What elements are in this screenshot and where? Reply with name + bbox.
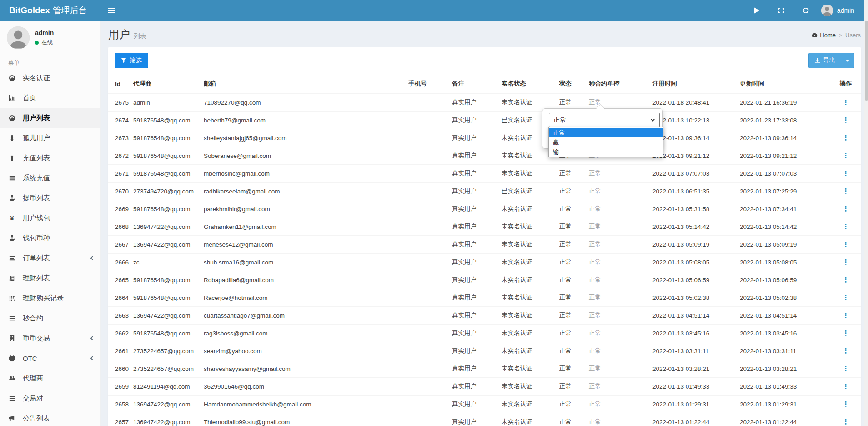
brand-name: BitGoldex [9, 5, 50, 15]
control-value[interactable]: 正常 [589, 383, 601, 390]
cell-email: 710892270@qq.com [200, 94, 405, 112]
cell-id: 2663 [108, 307, 130, 325]
row-actions-icon[interactable]: ⋮ [843, 169, 849, 177]
sidebar-item-order-list[interactable]: 订单列表 [0, 248, 100, 268]
sidebar-item-recharge-list[interactable]: 充值列表 [0, 148, 100, 168]
select-option[interactable]: 输 [549, 147, 663, 157]
row-actions-icon[interactable]: ⋮ [843, 382, 849, 390]
control-value[interactable]: 正常 [589, 330, 601, 336]
control-value[interactable]: 正常 [589, 259, 601, 265]
cell-status: 正常 [556, 200, 585, 218]
row-actions-icon[interactable]: ⋮ [843, 258, 849, 266]
refresh-icon[interactable] [797, 0, 815, 21]
cell-agent: 2737494720@qq.com [130, 183, 200, 200]
row-actions-icon[interactable]: ⋮ [843, 98, 849, 106]
sidebar-item-wallet-coins[interactable]: 钱包币种 [0, 228, 100, 248]
scrollbar-thumb[interactable] [865, 21, 868, 101]
control-value[interactable]: 正常 [589, 365, 601, 372]
row-actions-icon[interactable]: ⋮ [843, 116, 849, 124]
control-value[interactable]: 正常 [589, 312, 601, 319]
sidebar-item-home[interactable]: 首页 [0, 88, 100, 108]
sidebar-item-user-list[interactable]: 用户列表 [0, 108, 100, 128]
user-status: 在线 [35, 39, 54, 46]
sidebar-item-user-wallet[interactable]: ¥用户钱包 [0, 208, 100, 228]
cell-status: 正常 [556, 218, 585, 236]
sidebar-item-withdraw-list[interactable]: 提币列表 [0, 188, 100, 208]
control-value[interactable]: 正常 [589, 347, 601, 354]
sidebar-item-label: 用户钱包 [23, 214, 50, 223]
cell-phone [405, 307, 448, 325]
cell-agent: 812491194@qq.com [130, 378, 200, 396]
table-row: 2659812491194@qq.com3629901646@qq.com真实用… [108, 378, 861, 396]
row-actions-icon[interactable]: ⋮ [843, 276, 849, 284]
row-actions-icon[interactable]: ⋮ [843, 294, 849, 301]
row-actions-icon[interactable]: ⋮ [843, 400, 849, 408]
sidebar-item-coin-trade[interactable]: 币币交易 [0, 328, 100, 348]
export-dropdown-toggle[interactable] [841, 53, 854, 68]
user-menu[interactable]: admin [821, 5, 854, 16]
row-actions-icon[interactable]: ⋮ [843, 187, 849, 195]
row-actions-icon[interactable]: ⋮ [843, 240, 849, 248]
select-option[interactable]: 正常 [549, 128, 663, 137]
row-actions-icon[interactable]: ⋮ [843, 134, 849, 142]
cell-phone [405, 378, 448, 396]
sidebar-toggle-button[interactable] [101, 0, 122, 21]
sidebar-item-trade-pairs[interactable]: 交易对 [0, 388, 100, 408]
brand-logo[interactable]: BitGoldex 管理后台 [0, 0, 101, 21]
grid-icon [9, 295, 19, 302]
cell-registered: 2022-01-13 05:09:19 [649, 236, 736, 254]
cell-updated: 2022-01-13 03:31:11 [736, 342, 830, 360]
control-value[interactable]: 正常 [589, 276, 601, 283]
sidebar-item-orphan-users[interactable]: 孤儿用户 [0, 128, 100, 148]
sidebar-item-second-contract[interactable]: 秒合约 [0, 308, 100, 328]
menu-section-label: 菜单 [0, 55, 100, 68]
sidebar-item-finance-list[interactable]: 理财列表 [0, 268, 100, 288]
row-actions-icon[interactable]: ⋮ [843, 347, 849, 355]
column-header: 实名状态 [498, 74, 556, 94]
control-value[interactable]: 正常 [589, 418, 601, 425]
row-actions-icon[interactable]: ⋮ [843, 152, 849, 159]
row-actions-icon[interactable]: ⋮ [843, 223, 849, 230]
row-actions-icon[interactable]: ⋮ [843, 205, 849, 213]
sidebar-item-realname-auth[interactable]: 实名认证 [0, 68, 100, 88]
cell-control: 正常 [585, 165, 649, 183]
control-value[interactable]: 正常 [589, 170, 601, 177]
cell-actions: ⋮ [830, 200, 861, 218]
cell-remark: 真实用户 [448, 378, 498, 396]
row-actions-icon[interactable]: ⋮ [843, 418, 849, 426]
play-icon[interactable] [748, 0, 766, 21]
control-value[interactable]: 正常 [589, 188, 601, 194]
cell-updated: 2022-01-13 03:45:16 [736, 325, 830, 342]
cell-id: 2664 [108, 289, 130, 307]
cell-updated: 2022-01-13 01:29:31 [736, 396, 830, 413]
cell-registered: 2022-01-13 05:06:59 [649, 271, 736, 289]
control-value[interactable]: 正常 [589, 294, 601, 301]
sidebar-item-finance-purchase-records[interactable]: 理财购买记录 [0, 288, 100, 308]
cell-registered: 2022-01-13 05:14:42 [649, 218, 736, 236]
sidebar-item-otc[interactable]: OTC [0, 348, 100, 368]
control-select[interactable]: 正常 [549, 113, 660, 127]
scrollbar-track[interactable] [864, 0, 868, 426]
sidebar-item-label: 首页 [23, 94, 36, 102]
bullhorn-icon [9, 415, 19, 422]
cell-registered: 2022-01-13 03:31:11 [649, 342, 736, 360]
row-actions-icon[interactable]: ⋮ [843, 329, 849, 337]
chevron-left-icon [90, 355, 94, 361]
cell-phone [405, 183, 448, 200]
sidebar-item-system-recharge[interactable]: 系统充值 [0, 168, 100, 188]
control-value[interactable]: 正常 [589, 205, 601, 212]
cell-remark: 真实用户 [448, 112, 498, 129]
select-option[interactable]: 赢 [549, 137, 663, 147]
breadcrumb-home-link[interactable]: Home [812, 32, 836, 39]
sidebar-item-announcement-list[interactable]: 公告列表 [0, 408, 100, 426]
fullscreen-icon[interactable] [772, 0, 790, 21]
row-actions-icon[interactable]: ⋮ [843, 365, 849, 372]
sidebar-item-agents[interactable]: 代理商 [0, 368, 100, 388]
control-value[interactable]: 正常 [589, 401, 601, 407]
row-actions-icon[interactable]: ⋮ [843, 311, 849, 319]
export-button[interactable]: 导出 [808, 53, 854, 68]
control-value[interactable]: 正常 [589, 223, 601, 230]
filter-button[interactable]: 筛选 [115, 53, 148, 68]
control-value[interactable]: 正常 [589, 241, 601, 248]
users-icon [9, 375, 19, 382]
